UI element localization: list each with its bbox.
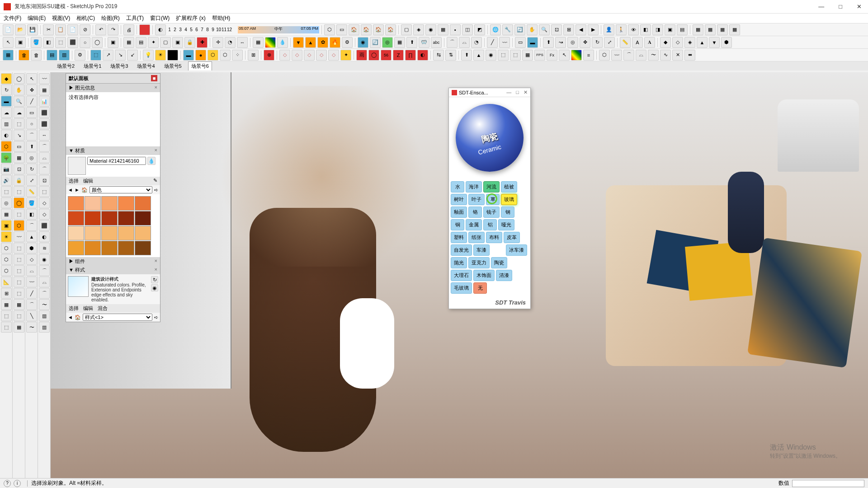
lt1-6[interactable]: ◐ (1, 130, 12, 141)
lt3-j[interactable]: 〜 (26, 322, 37, 333)
menu-view[interactable]: 视图(V) (52, 14, 70, 22)
r3-w6[interactable]: ∿ (660, 50, 671, 61)
minimize-button[interactable]: — (816, 2, 827, 11)
material-swatch[interactable] (85, 226, 101, 240)
iso-view-icon[interactable]: ⬡ (324, 24, 335, 35)
sphere-icon[interactable]: ○ (80, 37, 90, 48)
r3-p4[interactable]: ⬚ (498, 50, 509, 61)
r3-6[interactable]: ⬚ (90, 50, 101, 61)
lt4-23[interactable]: ▥ (39, 322, 50, 333)
dimension-icon[interactable]: ↔ (237, 37, 248, 48)
enscape-material-button[interactable]: 河流 (483, 181, 500, 192)
3dtext-icon[interactable]: 𝐀 (644, 37, 655, 48)
zoom-icon[interactable]: 🔍 (539, 24, 550, 35)
r3-d5[interactable]: ◇ (328, 50, 339, 61)
style-select[interactable]: 样式<1> (83, 314, 152, 321)
copy-geom-icon[interactable]: ▣ (108, 37, 118, 48)
lt4-21[interactable]: 〜 (39, 299, 50, 310)
enscape-material-button[interactable]: 铝 (483, 219, 497, 230)
lt4-15[interactable]: ◐ (39, 231, 50, 242)
lt1-11[interactable]: ▦ (1, 209, 12, 220)
arc2-icon[interactable]: ⌓ (459, 37, 470, 48)
section-fill-icon[interactable]: ▤ (677, 24, 688, 35)
lt1-9[interactable]: ⬚ (1, 186, 12, 197)
r3-rb[interactable] (571, 50, 582, 61)
lt2-11[interactable]: ◯ (14, 197, 24, 208)
lt2-13[interactable]: ⬡ (14, 220, 24, 231)
look-icon[interactable]: 👁 (628, 24, 639, 35)
next-view-icon[interactable]: ▶ (588, 24, 599, 35)
lt1-5[interactable]: ▥ (1, 118, 12, 129)
enscape-material-button[interactable]: 水 (451, 181, 464, 192)
hide-icon[interactable]: ▢ (160, 37, 171, 48)
lt1-15[interactable]: ⬡ (1, 265, 12, 276)
lt3-rec[interactable]: ▭ (26, 107, 37, 118)
enscape-material-button[interactable]: 铜 (451, 219, 464, 230)
menu-draw[interactable]: 绘图(R) (101, 14, 120, 22)
ext1-icon[interactable]: ▼ (293, 37, 304, 48)
component-tool-icon[interactable]: ▣ (15, 37, 26, 48)
material-swatch[interactable] (68, 241, 84, 255)
lt1-19[interactable]: ⬚ (1, 310, 12, 321)
layout-icon[interactable] (139, 24, 150, 35)
lt1-18[interactable]: ▦ (1, 299, 12, 310)
panel-close-icon[interactable]: ■ (151, 75, 157, 81)
new-button[interactable]: 📄 (3, 24, 14, 35)
scale-icon[interactable]: ⤢ (604, 37, 615, 48)
paste-button[interactable]: 📄 (67, 24, 78, 35)
lt2-21[interactable]: ⬚ (14, 310, 24, 321)
lt2-10[interactable]: ⬚ (14, 186, 24, 197)
enscape-material-button[interactable]: 植被 (501, 181, 517, 192)
section-cut-icon[interactable]: ▣ (665, 24, 675, 35)
menu-extensions[interactable]: 扩展程序 (x) (176, 14, 205, 22)
lt1-2[interactable]: ↻ (1, 84, 12, 95)
orbit-icon[interactable]: 🔄 (514, 24, 525, 35)
r3-w8[interactable]: ⬌ (684, 50, 695, 61)
r3-fx[interactable]: Fx (547, 50, 557, 61)
follow-icon[interactable]: ↝ (555, 37, 566, 48)
enscape-material-button[interactable]: 毛玻璃 (451, 282, 472, 294)
plugin-icon-4[interactable]: ▦ (729, 24, 740, 35)
enscape-start-icon[interactable]: ◉ (358, 37, 368, 48)
lt3-tap[interactable]: 📏 (26, 186, 37, 197)
r3-lines[interactable]: ≡ (583, 50, 594, 61)
r3-mir2[interactable]: ⇅ (445, 50, 456, 61)
lt3-move[interactable]: ✥ (26, 84, 37, 95)
plugin-r2-6[interactable]: ⬢ (721, 37, 732, 48)
enscape-material-button[interactable]: 皮革 (504, 232, 520, 243)
r3-star[interactable]: ✦ (340, 50, 351, 61)
lt2-14[interactable]: 〰 (14, 231, 24, 242)
explode-icon[interactable]: ✦ (148, 37, 159, 48)
enscape-material-button[interactable]: 钢 (501, 206, 514, 218)
paint-tool-icon[interactable]: 🪣 (31, 37, 42, 48)
r3-gear[interactable]: ⚙ (75, 50, 85, 61)
lt1-17[interactable]: ⊞ (1, 288, 12, 299)
r3-9[interactable]: ↙ (127, 50, 138, 61)
material-swatch[interactable] (118, 196, 134, 211)
top-view-icon[interactable]: ▭ (336, 24, 347, 35)
enscape-material-panel[interactable]: SDT-Ensca... — □ ✕ 陶瓷 Ceramic 水海洋河流植被树叶叶… (448, 88, 531, 309)
freehand-icon[interactable]: 〰 (499, 37, 510, 48)
lt2-6[interactable]: ↘ (14, 130, 24, 141)
move-icon[interactable]: ✥ (580, 37, 590, 48)
enscape-export-icon[interactable]: ⬆ (406, 37, 417, 48)
r3-hex2[interactable]: ⬡ (220, 50, 231, 61)
enscape-live-icon[interactable]: ◎ (382, 37, 393, 48)
lt1-3[interactable]: ▬ (1, 96, 12, 107)
lt4-2[interactable]: ▦ (39, 84, 50, 95)
zoom-extents-icon[interactable]: ⊞ (563, 24, 574, 35)
material-eyedrop-icon[interactable]: 💧 (147, 157, 156, 165)
r3-w4[interactable]: ⌓ (636, 50, 646, 61)
nav-fwd-icon[interactable]: ► (75, 187, 80, 192)
enscape-material-button[interactable]: 清漆 (496, 270, 512, 281)
lock-icon[interactable]: 🔒 (184, 37, 195, 48)
lt4-20[interactable]: ⌒ (39, 288, 50, 299)
enscape-material-button[interactable]: 冰车漆 (506, 244, 527, 256)
r3-cn6[interactable]: ◐ (417, 50, 428, 61)
enscape-material-button[interactable]: 纸张 (468, 232, 485, 243)
r3-grid[interactable]: ⊞ (248, 50, 259, 61)
lt1-1[interactable]: ◆ (1, 73, 12, 84)
material-name-input[interactable] (87, 157, 146, 165)
lt2-16[interactable]: ⬚ (14, 254, 24, 265)
menu-camera[interactable]: 相机(C) (76, 14, 95, 22)
